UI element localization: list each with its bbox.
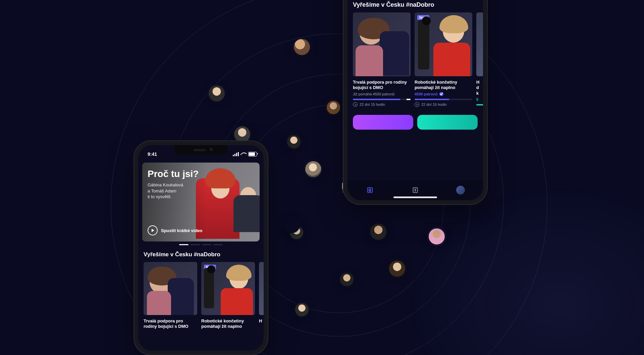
avatar-bubble <box>427 227 446 246</box>
hero-dot[interactable] <box>191 244 200 245</box>
play-icon <box>148 225 158 235</box>
home-indicator <box>393 196 437 198</box>
avatar-bubble <box>304 160 323 179</box>
campaign-meta: 5 <box>476 97 483 101</box>
play-video-button[interactable]: Spustit krátké video <box>148 225 203 235</box>
tab-home[interactable] <box>365 185 375 195</box>
campaign-card[interactable]: Nové Robotické končetiny pomáhají žít na… <box>415 12 472 107</box>
status-right-cluster <box>233 152 257 157</box>
time-remaining: 22 dní 15 hodin <box>353 102 411 107</box>
avatar-bubble <box>284 217 300 233</box>
campaign-title: Robotické končetiny pomáhají žít naplno <box>415 80 472 91</box>
campaign-title: Robotické končetiny pomáhají žít naplno <box>201 318 255 329</box>
hero-subtitle: Gábina Koukalová a Tomáš Adam ti to vysv… <box>148 182 254 200</box>
campaign-card[interactable]: Trvalá podpora pro rodiny bojující s DMO <box>144 262 197 331</box>
campaign-card-peek[interactable]: H d k 5 <box>476 12 483 107</box>
campaign-thumb <box>144 262 197 315</box>
avatar-bubble <box>388 259 407 278</box>
progress-bar <box>476 104 483 105</box>
hero-dot[interactable] <box>179 244 189 245</box>
campaign-cards-row[interactable]: Trvalá podpora pro rodiny bojující s DMO… <box>138 262 264 331</box>
battery-icon <box>248 152 257 157</box>
tab-profile[interactable] <box>456 185 465 195</box>
time-remaining: 22 dní 15 hodin <box>415 102 472 107</box>
campaign-title: H d k <box>476 80 483 96</box>
avatar-bubble <box>294 302 310 318</box>
check-icon <box>439 92 443 96</box>
avatar-bubble <box>292 38 311 56</box>
phone-mockup-left: 9:41 Proč tu jsi? <box>133 140 268 355</box>
campaign-thumb: Nové <box>415 12 472 76</box>
hero-title: Proč tu jsi? <box>148 169 254 179</box>
avatar-bubble <box>369 222 388 241</box>
action-pill-secondary[interactable] <box>417 115 478 130</box>
avatar-bubble <box>325 99 341 116</box>
campaign-cards-row[interactable]: Trvalá podpora pro rodiny bojující s DMO… <box>347 12 483 107</box>
hero-dot[interactable] <box>202 244 211 245</box>
play-label: Spustit krátké video <box>161 228 203 233</box>
campaign-card[interactable]: Nové Robotické končetiny pomáhají žít na… <box>201 262 255 331</box>
transfer-icon <box>412 186 419 194</box>
avatar-bubble <box>286 134 302 150</box>
progress-bar <box>353 99 411 100</box>
campaign-card-peek[interactable]: H <box>259 262 264 331</box>
progress-bar <box>415 99 472 100</box>
clock-icon <box>415 102 419 107</box>
hero-dot[interactable] <box>213 244 223 245</box>
campaign-title: Trvalá podpora pro rodiny bojující s DMO <box>353 80 411 91</box>
campaign-meta: 4500 patronů <box>415 92 472 96</box>
campaign-card[interactable]: Trvalá podpora pro rodiny bojující s DMO… <box>353 12 411 107</box>
campaign-title: H <box>259 318 264 324</box>
signal-icon <box>233 152 239 156</box>
avatar-bubble <box>207 84 226 103</box>
phone-notch <box>174 145 228 154</box>
campaign-thumb <box>259 262 264 315</box>
clock-icon <box>353 102 358 107</box>
campaign-meta: Již pomáhá 4500 patronů <box>353 92 411 96</box>
wifi-icon <box>241 152 246 156</box>
phone-mockup-right: Vyřešíme v Česku #naDobro Trvalá podpora… <box>343 0 488 205</box>
status-time: 9:41 <box>148 151 157 157</box>
section-title: Vyřešíme v Česku #naDobro <box>353 1 478 8</box>
avatar-bubble <box>339 271 355 287</box>
action-pills <box>347 107 483 130</box>
phone-screen: 9:41 Proč tu jsi? <box>138 145 264 351</box>
phone-screen: Vyřešíme v Česku #naDobro Trvalá podpora… <box>347 0 483 200</box>
tab-transfer[interactable] <box>411 185 420 195</box>
campaign-title: Trvalá podpora pro rodiny bojující s DMO <box>144 318 197 329</box>
campaign-thumb: Nové <box>201 262 255 315</box>
logo-b-icon <box>366 186 374 194</box>
action-pill-primary[interactable] <box>353 115 413 130</box>
campaign-thumb <box>353 12 411 76</box>
campaign-thumb <box>476 12 483 76</box>
showcase-stage: 9:41 Proč tu jsi? <box>0 0 644 355</box>
hero-card[interactable]: Proč tu jsi? Gábina Koukalová a Tomáš Ad… <box>142 163 260 241</box>
section-title: Vyřešíme v Česku #naDobro <box>144 251 258 258</box>
hero-pagination[interactable] <box>138 244 264 245</box>
avatar-icon <box>456 186 465 194</box>
